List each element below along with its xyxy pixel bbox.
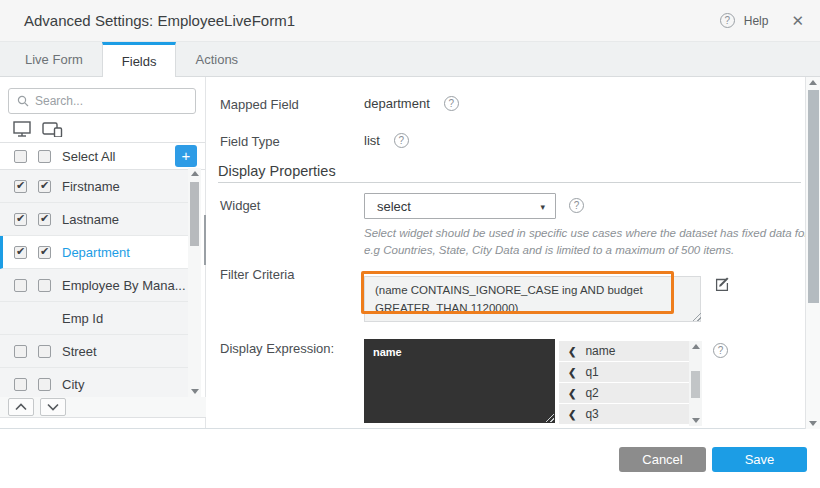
web-checkbox[interactable] — [14, 279, 27, 292]
field-list: Firstname Lastname Department Employee B… — [0, 170, 206, 399]
field-type-value-row: list ? — [364, 133, 409, 148]
widget-label: Widget — [220, 198, 260, 213]
mobile-checkbox[interactable] — [38, 345, 51, 358]
available-fields-scrollbar[interactable] — [689, 341, 702, 426]
mobile-checkbox[interactable] — [38, 246, 51, 259]
scroll-down-arrow-icon[interactable] — [191, 389, 199, 394]
advanced-settings-dialog: Advanced Settings: EmployeeLiveForm1 ? H… — [0, 0, 820, 488]
cancel-button[interactable]: Cancel — [619, 447, 706, 472]
mapped-field-help-icon[interactable]: ? — [444, 96, 459, 111]
field-type-label: Field Type — [220, 134, 280, 149]
dialog-scrollbar-thumb[interactable] — [204, 215, 206, 265]
close-icon[interactable]: ✕ — [791, 13, 804, 28]
field-reorder-bar — [0, 397, 206, 418]
filter-criteria-label: Filter Criteria — [220, 267, 294, 282]
scroll-down-arrow-icon[interactable] — [692, 418, 700, 423]
main-panel-scrollbar[interactable] — [805, 77, 820, 429]
field-row-street[interactable]: Street — [0, 335, 188, 368]
web-checkbox[interactable] — [14, 378, 27, 391]
field-row-lastname[interactable]: Lastname — [0, 203, 188, 236]
search-input[interactable] — [35, 94, 187, 108]
tab-live-form[interactable]: Live Form — [6, 42, 102, 76]
scroll-up-arrow-icon[interactable] — [809, 80, 817, 85]
dialog-title: Advanced Settings: EmployeeLiveForm1 — [24, 12, 295, 29]
fields-sidebar: Select All + Firstname Lastname Depa — [0, 77, 206, 428]
mapped-field-label: Mapped Field — [220, 97, 299, 112]
mapped-field-value: department — [364, 96, 430, 111]
resize-grip-icon[interactable] — [545, 413, 554, 422]
field-row-city[interactable]: City — [0, 368, 188, 399]
sidebar-scrollbar[interactable] — [188, 168, 201, 397]
chevron-left-icon: ❮ — [568, 367, 576, 378]
move-field-down-button[interactable] — [40, 398, 66, 416]
desktop-icon[interactable] — [13, 121, 32, 137]
tab-actions[interactable]: Actions — [176, 42, 257, 76]
select-all-web-checkbox[interactable] — [14, 150, 27, 163]
display-expression-editor[interactable]: name — [364, 339, 555, 423]
scroll-up-arrow-icon[interactable] — [191, 171, 199, 176]
add-field-button[interactable]: + — [175, 145, 197, 167]
dialog-footer: Cancel Save — [0, 430, 820, 488]
help-link[interactable]: Help — [744, 14, 769, 28]
select-all-label: Select All — [62, 149, 115, 164]
field-row-firstname[interactable]: Firstname — [0, 170, 188, 203]
chevron-left-icon: ❮ — [568, 388, 576, 399]
web-checkbox[interactable] — [14, 180, 27, 193]
mapped-field-value-row: department ? — [364, 96, 459, 111]
mobile-checkbox[interactable] — [38, 180, 51, 193]
tab-fields[interactable]: Fields — [102, 42, 177, 77]
display-expression-label: Display Expression: — [220, 341, 334, 356]
save-button[interactable]: Save — [712, 447, 807, 472]
filter-criteria-textarea[interactable]: (name CONTAINS_IGNORE_CASE ing AND budge… — [364, 276, 701, 322]
move-field-up-button[interactable] — [8, 398, 34, 416]
mobile-checkbox[interactable] — [38, 378, 51, 391]
widget-select[interactable]: select ▾ — [364, 193, 556, 219]
tab-content: Select All + Firstname Lastname Depa — [0, 77, 820, 429]
field-row-emp-id[interactable]: Emp Id — [0, 302, 188, 335]
widget-select-value: select — [377, 199, 411, 214]
scrollbar-thumb[interactable] — [808, 90, 819, 303]
scrollbar-thumb[interactable] — [691, 371, 700, 398]
search-icon — [17, 95, 29, 107]
field-type-help-icon[interactable]: ? — [394, 133, 409, 148]
web-checkbox[interactable] — [14, 345, 27, 358]
scrollbar-thumb[interactable] — [190, 182, 199, 246]
available-field-name[interactable]: ❮ name — [559, 341, 689, 362]
mobile-tablet-icon[interactable] — [42, 121, 63, 137]
display-expression-help-icon[interactable]: ? — [713, 343, 728, 358]
scroll-down-arrow-icon[interactable] — [809, 421, 817, 426]
dialog-header: Advanced Settings: EmployeeLiveForm1 ? H… — [0, 0, 820, 42]
select-caret-icon: ▾ — [540, 202, 545, 212]
available-fields-list: ❮ name ❮ q1 ❮ q2 ❮ q3 — [559, 341, 702, 426]
edit-filter-icon[interactable] — [713, 275, 731, 293]
mobile-checkbox[interactable] — [38, 279, 51, 292]
field-properties-panel: Mapped Field department ? Field Type lis… — [207, 77, 805, 428]
select-all-mobile-checkbox[interactable] — [38, 150, 51, 163]
web-checkbox[interactable] — [14, 246, 27, 259]
widget-helper-text: Select widget should be used in specific… — [364, 225, 820, 260]
chevron-up-icon — [15, 403, 27, 411]
tab-bar: Live Form Fields Actions — [0, 42, 820, 77]
search-box[interactable] — [8, 88, 196, 114]
field-type-value: list — [364, 133, 380, 148]
widget-help-icon[interactable]: ? — [569, 198, 584, 213]
field-row-employee-by-manager[interactable]: Employee By Mana... — [0, 269, 188, 302]
chevron-left-icon: ❮ — [568, 346, 576, 357]
field-row-department[interactable]: Department — [0, 236, 188, 269]
chevron-left-icon: ❮ — [568, 409, 576, 420]
select-all-row: Select All + — [0, 143, 205, 170]
device-filter-row — [0, 115, 205, 143]
display-expression-value: name — [373, 346, 402, 358]
help-circle-icon[interactable]: ? — [720, 13, 735, 28]
available-field-q2[interactable]: ❮ q2 — [559, 383, 689, 404]
available-field-q1[interactable]: ❮ q1 — [559, 362, 689, 383]
mobile-checkbox[interactable] — [38, 213, 51, 226]
chevron-down-icon — [47, 403, 59, 411]
available-field-q3[interactable]: ❮ q3 — [559, 404, 689, 425]
scroll-up-arrow-icon[interactable] — [692, 344, 700, 349]
display-properties-heading: Display Properties — [218, 163, 336, 179]
section-divider — [218, 182, 801, 183]
web-checkbox[interactable] — [14, 213, 27, 226]
